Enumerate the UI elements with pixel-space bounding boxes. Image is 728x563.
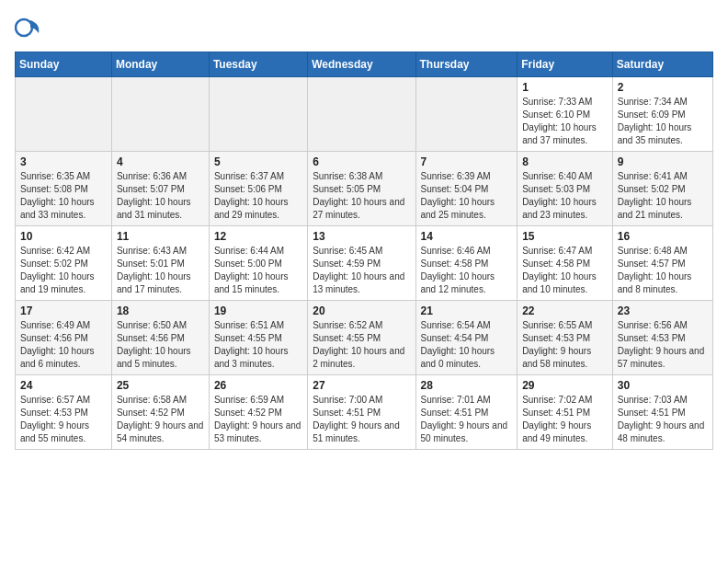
day-number: 25 — [117, 379, 204, 392]
day-number: 16 — [618, 230, 708, 243]
calendar-cell: 16Sunrise: 6:48 AM Sunset: 4:57 PM Dayli… — [612, 226, 712, 301]
calendar-week-row: 17Sunrise: 6:49 AM Sunset: 4:56 PM Dayli… — [16, 301, 713, 375]
day-of-week-header: Wednesday — [308, 52, 415, 77]
calendar-cell: 4Sunrise: 6:36 AM Sunset: 5:07 PM Daylig… — [111, 152, 209, 226]
calendar-header-row: SundayMondayTuesdayWednesdayThursdayFrid… — [16, 52, 713, 77]
day-info: Sunrise: 6:57 AM Sunset: 4:53 PM Dayligh… — [20, 394, 107, 445]
day-of-week-header: Saturday — [612, 52, 712, 77]
calendar-cell: 5Sunrise: 6:37 AM Sunset: 5:06 PM Daylig… — [209, 152, 307, 226]
calendar-cell: 28Sunrise: 7:01 AM Sunset: 4:51 PM Dayli… — [415, 375, 518, 450]
day-number: 3 — [20, 155, 107, 168]
day-info: Sunrise: 6:35 AM Sunset: 5:08 PM Dayligh… — [20, 170, 107, 222]
calendar-cell: 17Sunrise: 6:49 AM Sunset: 4:56 PM Dayli… — [16, 301, 112, 375]
day-info: Sunrise: 6:40 AM Sunset: 5:03 PM Dayligh… — [522, 170, 608, 222]
day-number: 23 — [618, 304, 708, 317]
day-info: Sunrise: 6:55 AM Sunset: 4:53 PM Dayligh… — [522, 319, 608, 371]
day-info: Sunrise: 6:56 AM Sunset: 4:53 PM Dayligh… — [618, 319, 708, 371]
calendar-cell: 11Sunrise: 6:43 AM Sunset: 5:01 PM Dayli… — [111, 226, 209, 301]
calendar-cell: 19Sunrise: 6:51 AM Sunset: 4:55 PM Dayli… — [209, 301, 307, 375]
day-info: Sunrise: 6:58 AM Sunset: 4:52 PM Dayligh… — [117, 394, 204, 445]
day-info: Sunrise: 6:45 AM Sunset: 4:59 PM Dayligh… — [313, 245, 410, 296]
calendar-week-row: 3Sunrise: 6:35 AM Sunset: 5:08 PM Daylig… — [16, 152, 713, 226]
calendar-cell: 20Sunrise: 6:52 AM Sunset: 4:55 PM Dayli… — [308, 301, 415, 375]
calendar-cell: 3Sunrise: 6:35 AM Sunset: 5:08 PM Daylig… — [16, 152, 112, 226]
day-info: Sunrise: 6:38 AM Sunset: 5:05 PM Dayligh… — [313, 170, 410, 222]
day-number: 17 — [20, 304, 107, 317]
day-number: 2 — [618, 81, 708, 94]
day-number: 12 — [214, 230, 302, 243]
logo-icon — [15, 15, 40, 40]
calendar-cell: 25Sunrise: 6:58 AM Sunset: 4:52 PM Dayli… — [111, 375, 209, 450]
logo — [15, 15, 44, 40]
day-number: 11 — [117, 230, 204, 243]
day-info: Sunrise: 7:00 AM Sunset: 4:51 PM Dayligh… — [313, 394, 410, 445]
day-number: 5 — [214, 155, 302, 168]
calendar-cell — [209, 77, 307, 152]
calendar-cell: 8Sunrise: 6:40 AM Sunset: 5:03 PM Daylig… — [518, 152, 613, 226]
day-info: Sunrise: 7:01 AM Sunset: 4:51 PM Dayligh… — [421, 394, 513, 445]
day-info: Sunrise: 6:41 AM Sunset: 5:02 PM Dayligh… — [618, 170, 708, 222]
calendar-cell: 27Sunrise: 7:00 AM Sunset: 4:51 PM Dayli… — [308, 375, 415, 450]
day-number: 7 — [421, 155, 513, 168]
calendar-cell: 14Sunrise: 6:46 AM Sunset: 4:58 PM Dayli… — [415, 226, 518, 301]
calendar-cell — [111, 77, 209, 152]
day-info: Sunrise: 7:03 AM Sunset: 4:51 PM Dayligh… — [618, 394, 708, 445]
day-of-week-header: Thursday — [415, 52, 518, 77]
day-info: Sunrise: 6:54 AM Sunset: 4:54 PM Dayligh… — [421, 319, 513, 371]
day-of-week-header: Tuesday — [209, 52, 307, 77]
day-info: Sunrise: 6:50 AM Sunset: 4:56 PM Dayligh… — [117, 319, 204, 371]
day-number: 29 — [522, 379, 608, 392]
day-number: 19 — [214, 304, 302, 317]
day-info: Sunrise: 6:46 AM Sunset: 4:58 PM Dayligh… — [421, 245, 513, 296]
day-number: 6 — [313, 155, 410, 168]
calendar-cell: 12Sunrise: 6:44 AM Sunset: 5:00 PM Dayli… — [209, 226, 307, 301]
day-of-week-header: Monday — [111, 52, 209, 77]
calendar-cell: 2Sunrise: 7:34 AM Sunset: 6:09 PM Daylig… — [612, 77, 712, 152]
day-number: 18 — [117, 304, 204, 317]
day-info: Sunrise: 7:02 AM Sunset: 4:51 PM Dayligh… — [522, 394, 608, 445]
calendar-cell: 9Sunrise: 6:41 AM Sunset: 5:02 PM Daylig… — [612, 152, 712, 226]
day-number: 10 — [20, 230, 107, 243]
calendar-cell: 21Sunrise: 6:54 AM Sunset: 4:54 PM Dayli… — [415, 301, 518, 375]
page-header — [15, 15, 713, 40]
day-number: 27 — [313, 379, 410, 392]
calendar-cell — [415, 77, 518, 152]
calendar-week-row: 10Sunrise: 6:42 AM Sunset: 5:02 PM Dayli… — [16, 226, 713, 301]
day-number: 14 — [421, 230, 513, 243]
day-info: Sunrise: 6:52 AM Sunset: 4:55 PM Dayligh… — [313, 319, 410, 371]
day-info: Sunrise: 6:44 AM Sunset: 5:00 PM Dayligh… — [214, 245, 302, 296]
day-number: 20 — [313, 304, 410, 317]
calendar-cell — [308, 77, 415, 152]
svg-point-0 — [16, 19, 32, 36]
day-number: 21 — [421, 304, 513, 317]
day-number: 24 — [20, 379, 107, 392]
day-info: Sunrise: 6:43 AM Sunset: 5:01 PM Dayligh… — [117, 245, 204, 296]
day-info: Sunrise: 6:37 AM Sunset: 5:06 PM Dayligh… — [214, 170, 302, 222]
calendar-cell: 7Sunrise: 6:39 AM Sunset: 5:04 PM Daylig… — [415, 152, 518, 226]
day-number: 1 — [522, 81, 608, 94]
calendar-cell: 23Sunrise: 6:56 AM Sunset: 4:53 PM Dayli… — [612, 301, 712, 375]
day-info: Sunrise: 6:48 AM Sunset: 4:57 PM Dayligh… — [618, 245, 708, 296]
calendar-cell: 29Sunrise: 7:02 AM Sunset: 4:51 PM Dayli… — [518, 375, 613, 450]
day-info: Sunrise: 7:33 AM Sunset: 6:10 PM Dayligh… — [522, 96, 608, 147]
day-number: 8 — [522, 155, 608, 168]
day-of-week-header: Friday — [518, 52, 613, 77]
day-number: 4 — [117, 155, 204, 168]
calendar-cell: 1Sunrise: 7:33 AM Sunset: 6:10 PM Daylig… — [518, 77, 613, 152]
day-number: 15 — [522, 230, 608, 243]
calendar-cell: 22Sunrise: 6:55 AM Sunset: 4:53 PM Dayli… — [518, 301, 613, 375]
calendar-cell — [16, 77, 112, 152]
day-number: 26 — [214, 379, 302, 392]
day-info: Sunrise: 6:39 AM Sunset: 5:04 PM Dayligh… — [421, 170, 513, 222]
day-number: 30 — [618, 379, 708, 392]
day-number: 13 — [313, 230, 410, 243]
calendar-cell: 18Sunrise: 6:50 AM Sunset: 4:56 PM Dayli… — [111, 301, 209, 375]
day-info: Sunrise: 7:34 AM Sunset: 6:09 PM Dayligh… — [618, 96, 708, 147]
calendar-cell: 10Sunrise: 6:42 AM Sunset: 5:02 PM Dayli… — [16, 226, 112, 301]
calendar-cell: 26Sunrise: 6:59 AM Sunset: 4:52 PM Dayli… — [209, 375, 307, 450]
calendar-week-row: 24Sunrise: 6:57 AM Sunset: 4:53 PM Dayli… — [16, 375, 713, 450]
calendar-cell: 30Sunrise: 7:03 AM Sunset: 4:51 PM Dayli… — [612, 375, 712, 450]
day-of-week-header: Sunday — [16, 52, 112, 77]
calendar-week-row: 1Sunrise: 7:33 AM Sunset: 6:10 PM Daylig… — [16, 77, 713, 152]
calendar-cell: 24Sunrise: 6:57 AM Sunset: 4:53 PM Dayli… — [16, 375, 112, 450]
